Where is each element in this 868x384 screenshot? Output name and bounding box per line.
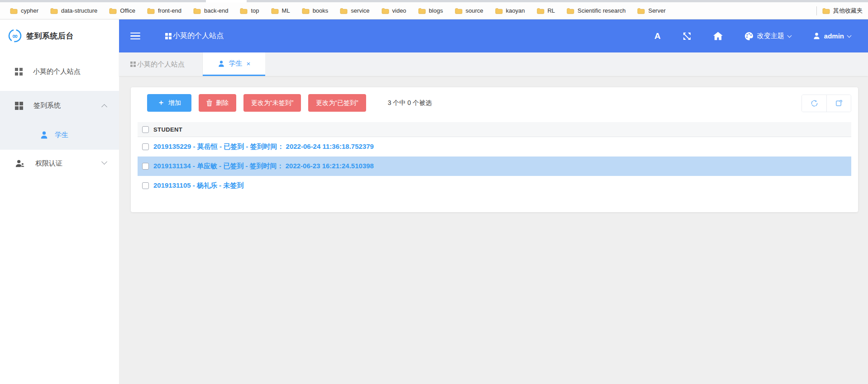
bookmark-folder[interactable]: data-structure — [50, 7, 97, 14]
mark-checked-button[interactable]: 更改为“已签到” — [308, 94, 366, 112]
folder-icon — [382, 8, 389, 14]
sidebar-item-auth[interactable]: 权限认证 — [0, 150, 119, 177]
bookmark-folder[interactable]: RL — [537, 7, 555, 14]
bookmarks-divider — [816, 6, 817, 15]
bookmark-folder[interactable]: Server — [637, 7, 665, 14]
language-button[interactable]: A — [654, 31, 661, 41]
bookmark-folder[interactable]: books — [302, 7, 329, 14]
grid-icon — [130, 62, 136, 67]
bookmark-folder[interactable]: Office — [109, 7, 135, 14]
users-auth-icon — [15, 159, 25, 168]
sidebar-item-student[interactable]: 学生 — [0, 120, 119, 150]
delete-button[interactable]: 删除 — [199, 94, 236, 112]
header-title-text: 小莫的个人站点 — [173, 31, 224, 41]
sidebar-item-checkin-system[interactable]: 签到系统 — [0, 91, 119, 120]
bookmark-folder[interactable]: video — [382, 7, 406, 14]
folder-icon — [50, 8, 58, 14]
folder-icon — [10, 8, 18, 14]
students-table: STUDENT 2019135229 - 莫岳恒 - 已签到 - 签到时间： 2… — [138, 122, 851, 195]
bookmark-label: service — [351, 7, 369, 14]
export-button[interactable] — [826, 95, 851, 112]
bookmark-folder[interactable]: service — [340, 7, 369, 14]
bookmark-folder[interactable]: top — [240, 7, 259, 14]
bookmark-folder-list: cypher data-structure Office front-end b… — [10, 7, 816, 14]
bookmark-folder[interactable]: front-end — [147, 7, 181, 14]
folder-icon — [193, 8, 201, 14]
bookmark-label: ML — [282, 7, 290, 14]
mark-unchecked-button[interactable]: 更改为“未签到” — [243, 94, 301, 112]
tab-bar: 小莫的个人站点 学生 × — [119, 52, 868, 76]
bookmark-label: Scientific research — [577, 7, 625, 14]
bookmark-label: data-structure — [61, 7, 97, 14]
bookmark-folder[interactable]: blogs — [418, 7, 443, 14]
grid-icon — [15, 68, 23, 76]
row-checkbox[interactable] — [142, 143, 149, 150]
home-button[interactable] — [713, 32, 723, 40]
theme-dropdown[interactable]: 改变主题 — [744, 32, 791, 41]
folder-icon — [495, 8, 503, 14]
top-header-bar: 小莫的个人站点 A — [119, 19, 868, 52]
folder-icon — [537, 8, 544, 14]
plus-icon: ＋ — [157, 98, 165, 108]
bookmark-folder[interactable]: cypher — [10, 7, 38, 14]
folder-icon — [240, 8, 248, 14]
row-checkbox[interactable] — [142, 163, 149, 170]
row-checkbox[interactable] — [142, 182, 149, 189]
user-dropdown-label: admin — [824, 32, 844, 40]
menu-toggle-button[interactable] — [130, 31, 140, 42]
chevron-down-icon — [101, 159, 107, 165]
bookmark-folder[interactable]: source — [455, 7, 483, 14]
table-tools — [801, 95, 851, 112]
bookmark-folder[interactable]: ML — [271, 7, 290, 14]
folder-icon — [340, 8, 348, 14]
sidebar-item-label: 签到系统 — [33, 101, 61, 110]
active-browser-tab-edge — [206, 0, 247, 2]
selection-status: 3 个中 0 个被选 — [388, 99, 432, 107]
sidebar-item-personal-site[interactable]: 小莫的个人站点 — [0, 58, 119, 85]
palette-icon — [744, 32, 754, 41]
other-bookmarks-folder[interactable]: 其他收藏夹 — [822, 7, 863, 15]
bookmark-folder[interactable]: back-end — [193, 7, 228, 14]
delete-button-label: 删除 — [216, 99, 229, 107]
student-record-link[interactable]: 2019131105 - 杨礼乐 - 未签到 — [153, 181, 243, 190]
student-record-link[interactable]: 2019131134 - 单应敏 - 已签到 - 签到时间： 2022-06-2… — [153, 162, 374, 171]
user-icon — [218, 60, 225, 67]
folder-icon — [147, 8, 155, 14]
bookmark-label: Office — [120, 7, 135, 14]
sidebar: ∞ 签到系统后台 小莫的个人站点 签到系统 学生 — [0, 19, 119, 384]
bookmark-label: video — [392, 7, 406, 14]
fullscreen-button[interactable] — [682, 32, 692, 41]
refresh-button[interactable] — [802, 95, 826, 112]
folder-icon — [418, 8, 426, 14]
app-title: 签到系统后台 — [26, 31, 74, 41]
infinity-logo-icon: ∞ — [8, 29, 22, 43]
sidebar-item-label: 小莫的个人站点 — [33, 67, 81, 76]
user-dropdown[interactable]: admin — [813, 32, 851, 40]
bookmark-folder[interactable]: kaoyan — [495, 7, 525, 14]
sidebar-group-checkin: 签到系统 学生 — [0, 91, 119, 150]
bookmark-folder[interactable]: Scientific research — [567, 7, 625, 14]
student-record-link[interactable]: 2019135229 - 莫岳恒 - 已签到 - 签到时间： 2022-06-2… — [153, 142, 374, 151]
user-icon — [40, 131, 48, 139]
bookmarks-bar: cypher data-structure Office front-end b… — [0, 2, 868, 19]
svg-text:∞: ∞ — [12, 32, 18, 40]
tab-student[interactable]: 学生 × — [203, 52, 265, 76]
bookmark-label: back-end — [204, 7, 228, 14]
folder-icon — [822, 8, 830, 14]
mark-unchecked-label: 更改为“未签到” — [251, 99, 293, 107]
tab-personal-site[interactable]: 小莫的个人站点 — [119, 52, 203, 76]
add-button[interactable]: ＋ 增加 — [147, 94, 191, 112]
bookmark-label: blogs — [429, 7, 443, 14]
table-row: 2019135229 - 莫岳恒 - 已签到 - 签到时间： 2022-06-2… — [138, 137, 851, 156]
other-bookmarks-label: 其他收藏夹 — [833, 7, 863, 15]
browser-tab-strip — [0, 0, 868, 2]
grid-icon — [165, 33, 172, 39]
close-tab-icon[interactable]: × — [247, 60, 251, 67]
chevron-down-icon — [847, 33, 852, 38]
theme-dropdown-label: 改变主题 — [757, 32, 784, 40]
user-icon — [813, 32, 820, 40]
folder-icon — [567, 8, 574, 14]
add-button-label: 增加 — [168, 99, 181, 107]
select-all-checkbox[interactable] — [142, 126, 149, 133]
folder-icon — [637, 8, 645, 14]
